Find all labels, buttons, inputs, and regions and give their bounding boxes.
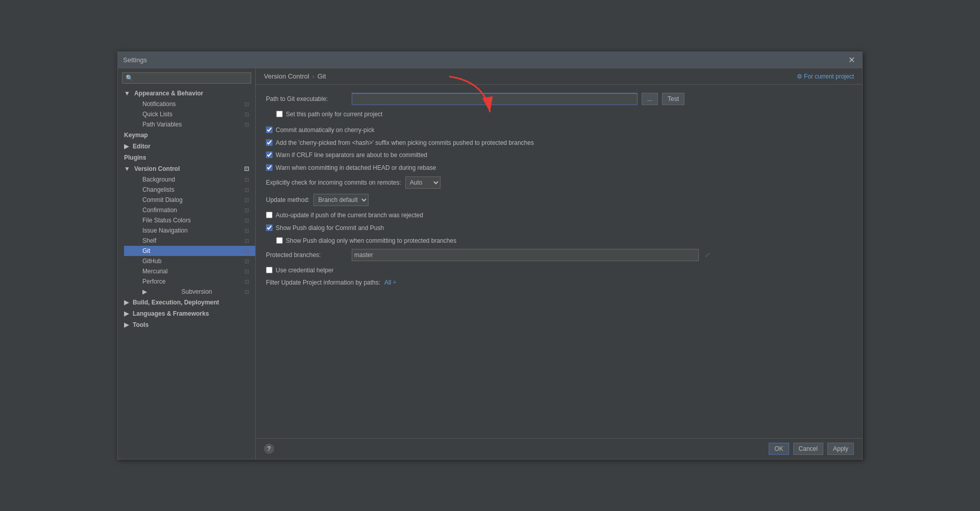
expand-icon-tools: ▶: [124, 321, 129, 328]
sidebar-section-keymap[interactable]: Keymap: [118, 130, 255, 141]
protected-branches-label: Protected branches:: [266, 251, 348, 259]
appearance-subsection: Notifications ⊡ Quick Lists ⊡ Path Varia…: [118, 99, 255, 130]
sidebar-section-plugins[interactable]: Plugins: [118, 152, 255, 163]
expand-icon: ▼: [124, 90, 130, 97]
detached-head-label: Warn when committing in detached HEAD or…: [276, 164, 436, 172]
show-push-protected-row: Show Push dialog only when committing to…: [276, 237, 852, 245]
show-push-dialog-row: Show Push dialog for Commit and Push: [266, 224, 852, 233]
sidebar-section-tools[interactable]: ▶ Tools: [118, 319, 255, 330]
copy-icon: ⊡: [244, 207, 249, 214]
sidebar-section-appearance[interactable]: ▼ Appearance & Behavior: [118, 88, 255, 99]
expand-icon-build: ▶: [124, 299, 129, 306]
copy-icon: ⊡: [244, 238, 249, 244]
apply-button[interactable]: Apply: [827, 443, 854, 455]
protected-branches-row: Protected branches: ⤢: [266, 249, 852, 261]
breadcrumb: Version Control › Git ⚙ For current proj…: [256, 68, 862, 85]
copy-icon: ⊡: [244, 258, 249, 265]
expand-protected-icon[interactable]: ⤢: [705, 251, 710, 259]
copy-icon: ⊡: [244, 176, 249, 183]
sidebar-item-file-status-colors[interactable]: File Status Colors ⊡: [124, 215, 255, 225]
breadcrumb-part2: Git: [317, 72, 326, 80]
git-settings-panel: Path to Git executable: ... Test Set thi…: [256, 85, 862, 438]
copy-icon: ⊡: [244, 121, 249, 128]
cherry-picked-suffix-checkbox[interactable]: [266, 139, 273, 146]
protected-branches-input[interactable]: [352, 249, 699, 261]
copy-icon: ⊡: [244, 289, 249, 295]
auto-update-checkbox[interactable]: [266, 212, 273, 218]
copy-icon: ⊡: [244, 227, 249, 234]
git-path-label: Path to Git executable:: [266, 95, 348, 103]
auto-update-label: Auto-update if push of the current branc…: [276, 211, 423, 220]
for-current-project[interactable]: ⚙ For current project: [797, 73, 854, 80]
set-path-label: Set this path only for current project: [286, 110, 382, 119]
ok-button[interactable]: OK: [769, 443, 789, 455]
auto-update-row: Auto-update if push of the current branc…: [266, 211, 852, 220]
sidebar-item-changelists[interactable]: Changelists ⊡: [124, 185, 255, 195]
sidebar-item-commit-dialog[interactable]: Commit Dialog ⊡: [124, 195, 255, 205]
expand-icon: ▶: [142, 288, 147, 295]
credential-helper-checkbox[interactable]: [266, 267, 273, 273]
update-method-select[interactable]: Branch default Merge Rebase: [313, 194, 369, 206]
dialog-title: Settings: [123, 56, 846, 64]
cherry-picked-suffix-label: Add the 'cherry-picked from <hash>' suff…: [276, 139, 534, 147]
copy-icon-vcs: ⊡: [244, 165, 249, 172]
cherry-pick-checkbox[interactable]: [266, 126, 273, 133]
sidebar-item-notifications[interactable]: Notifications ⊡: [124, 99, 255, 109]
credential-helper-row: Use credential helper: [266, 266, 852, 275]
set-path-checkbox[interactable]: [276, 111, 283, 117]
copy-icon: ⊡: [244, 268, 249, 275]
crlf-warn-checkbox[interactable]: [266, 151, 273, 158]
copy-icon: ⊡: [244, 101, 249, 108]
set-path-row: Set this path only for current project: [276, 110, 852, 119]
sidebar-section-languages[interactable]: ▶ Languages & Frameworks: [118, 308, 255, 319]
incoming-commits-select[interactable]: Auto Always Never: [405, 176, 440, 189]
expand-icon-languages: ▶: [124, 310, 129, 317]
search-input[interactable]: [122, 72, 251, 84]
sidebar-item-background[interactable]: Background ⊡: [124, 174, 255, 185]
test-button[interactable]: Test: [662, 93, 684, 105]
main-content: Version Control › Git ⚙ For current proj…: [256, 68, 862, 459]
show-push-protected-checkbox[interactable]: [276, 237, 283, 244]
credential-helper-label: Use credential helper: [276, 266, 333, 275]
sidebar-item-confirmation[interactable]: Confirmation ⊡: [124, 205, 255, 215]
detached-head-checkbox[interactable]: [266, 164, 273, 171]
sidebar-section-vcs[interactable]: ▼ Version Control ⊡: [118, 163, 255, 174]
git-path-input[interactable]: [352, 93, 638, 105]
sidebar-item-issue-navigation[interactable]: Issue Navigation ⊡: [124, 225, 255, 236]
copy-icon: ⊡: [244, 111, 249, 118]
copy-icon: ⊡: [244, 197, 249, 203]
sidebar-item-github[interactable]: GitHub ⊡: [124, 256, 255, 266]
copy-icon: ⊡: [244, 278, 249, 285]
show-push-protected-label: Show Push dialog only when committing to…: [286, 237, 456, 245]
incoming-commits-label: Explicitly check for incoming commits on…: [266, 179, 401, 186]
sidebar-section-build[interactable]: ▶ Build, Execution, Deployment: [118, 297, 255, 308]
copy-icon: ⊡: [244, 187, 249, 193]
sidebar-item-subversion[interactable]: ▶ Subversion ⊡: [124, 287, 255, 297]
show-push-dialog-checkbox[interactable]: [266, 224, 273, 231]
dialog-titlebar: Settings ✕: [118, 52, 862, 68]
sidebar-item-shelf[interactable]: Shelf ⊡: [124, 236, 255, 246]
crlf-warn-row: Warn if CRLF line separators are about t…: [266, 151, 852, 160]
expand-icon-vcs: ▼: [124, 165, 130, 172]
sidebar-section-editor[interactable]: ▶ Editor: [118, 141, 255, 152]
sidebar-item-quicklists[interactable]: Quick Lists ⊡: [124, 109, 255, 119]
sidebar-item-perforce[interactable]: Perforce ⊡: [124, 276, 255, 287]
sidebar-item-mercurial[interactable]: Mercurial ⊡: [124, 266, 255, 276]
sidebar-item-git[interactable]: Git ⊡: [124, 246, 255, 256]
browse-button[interactable]: ...: [642, 93, 658, 105]
cancel-button[interactable]: Cancel: [793, 443, 823, 455]
sidebar-item-pathvariables[interactable]: Path Variables ⊡: [124, 119, 255, 130]
filter-label: Filter Update Project information by pat…: [266, 279, 380, 286]
git-path-row: Path to Git executable: ... Test: [266, 93, 852, 105]
copy-icon-active: ⊡: [244, 248, 249, 254]
sidebar: ▼ Appearance & Behavior Notifications ⊡ …: [118, 68, 256, 459]
help-button[interactable]: ?: [264, 444, 274, 454]
show-push-dialog-label: Show Push dialog for Commit and Push: [276, 224, 384, 233]
copy-icon: ⊡: [244, 217, 249, 224]
cherry-pick-label: Commit automatically on cherry-pick: [276, 126, 374, 135]
settings-dialog: Settings ✕ ▼ Appearance & Behavior Notif…: [117, 52, 863, 459]
filter-value[interactable]: All ÷: [384, 279, 396, 286]
update-method-label: Update method:: [266, 196, 309, 203]
dialog-footer: ? OK Cancel Apply: [256, 438, 862, 459]
close-button[interactable]: ✕: [846, 55, 857, 65]
